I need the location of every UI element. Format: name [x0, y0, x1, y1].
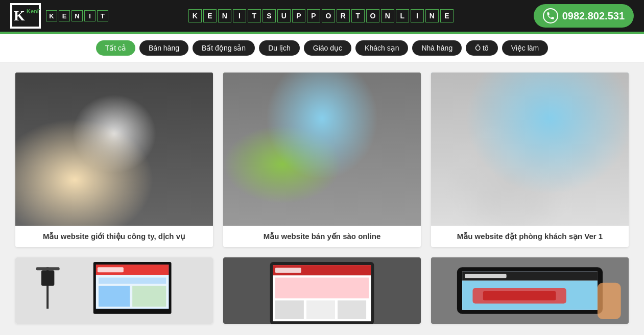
nav-bar: Tất cả Bán hàng Bất động sản Du lịch Giá…: [0, 34, 644, 62]
card-1-green-line: [15, 207, 213, 209]
card-3[interactable]: K KENIT Công ty TNHH Công nghệ và Truyền…: [431, 73, 629, 247]
svg-rect-46: [317, 126, 379, 130]
card-2-title: Mẫu website bán yến sào online: [223, 226, 421, 247]
svg-rect-68: [467, 100, 592, 141]
header: K KenIT KENIT KENIT SUPPORT ONLINE 0982.…: [0, 0, 644, 32]
grid-area: K KENIT Công ty TNHH Công nghệ và Truyền…: [0, 62, 644, 334]
svg-rect-49: [259, 159, 290, 182]
svg-rect-109: [338, 300, 366, 319]
card-grid: K KENIT Công ty TNHH Công nghệ và Truyền…: [15, 73, 629, 324]
card-3-green-line: [431, 207, 629, 209]
nav-item-bat-dong-san[interactable]: Bất động sản: [193, 40, 255, 56]
card-1-logo: K KENIT: [21, 213, 68, 225]
nav-item-du-lich[interactable]: Du lịch: [259, 40, 300, 56]
nav-item-viec-lam[interactable]: Việc làm: [502, 40, 548, 56]
card-1[interactable]: K KENIT Công ty TNHH Công nghệ và Truyền…: [15, 73, 213, 247]
svg-rect-61: [431, 73, 629, 144]
svg-rect-40: [259, 109, 301, 115]
svg-point-69: [488, 110, 571, 131]
svg-rect-64: [467, 87, 592, 180]
svg-rect-24: [70, 173, 75, 176]
svg-point-18: [158, 139, 184, 170]
svg-rect-36: [254, 103, 390, 188]
svg-rect-48: [317, 138, 348, 145]
svg-rect-39: [257, 105, 387, 120]
svg-rect-9: [62, 100, 109, 124]
svg-rect-81: [573, 221, 576, 223]
nav-item-khach-san[interactable]: Khách sạn: [355, 40, 408, 56]
svg-rect-62: [431, 144, 629, 205]
svg-rect-11: [111, 107, 156, 109]
svg-rect-35: [223, 139, 421, 205]
card-1-footer-info: Công ty TNHH Công nghệ và Truyền Thông K…: [71, 209, 153, 226]
svg-rect-14: [96, 126, 127, 145]
svg-rect-16: [101, 155, 111, 165]
svg-rect-15: [130, 126, 156, 145]
svg-rect-26: [153, 214, 163, 221]
card-3-image: K KENIT Công ty TNHH Công nghệ và Truyền…: [431, 73, 629, 226]
nav-item-nha-hang[interactable]: Nhà hàng: [412, 40, 462, 56]
svg-rect-60: [431, 73, 629, 205]
svg-rect-19: [62, 170, 151, 196]
svg-rect-34: [223, 73, 421, 139]
svg-rect-94: [98, 267, 124, 272]
card-5[interactable]: [223, 257, 421, 324]
svg-rect-72: [470, 144, 506, 170]
svg-rect-52: [358, 159, 384, 182]
svg-rect-7: [60, 89, 159, 97]
svg-rect-96: [99, 278, 166, 284]
svg-rect-31: [176, 216, 180, 223]
svg-point-84: [585, 222, 586, 223]
svg-rect-63: [462, 82, 598, 186]
svg-point-86: [593, 221, 594, 222]
svg-rect-104: [275, 268, 301, 273]
card-1-image: K KENIT Công ty TNHH Công nghệ và Truyền…: [15, 73, 213, 226]
svg-rect-65: [467, 87, 592, 180]
svg-rect-83: [583, 215, 588, 223]
card-2-footer-info: Công ty TNHH Công nghệ và Truyền Thông K…: [279, 209, 361, 226]
svg-rect-42: [330, 109, 346, 115]
svg-rect-67: [470, 90, 506, 96]
svg-rect-70: [509, 105, 551, 109]
phone-area[interactable]: 0982.802.531: [534, 4, 634, 28]
svg-rect-73: [509, 144, 545, 170]
svg-rect-90: [41, 270, 54, 286]
svg-rect-79: [600, 144, 606, 170]
card-2[interactable]: K KENIT Công ty TNHH Công nghệ và Truyền…: [223, 73, 421, 247]
svg-rect-37: [257, 105, 387, 186]
svg-rect-77: [582, 139, 589, 170]
svg-point-21: [28, 149, 64, 190]
svg-rect-29: [167, 215, 173, 223]
nav-item-ban-hang[interactable]: Bán hàng: [139, 40, 188, 56]
svg-rect-85: [592, 216, 596, 223]
card-2-contact: Liên hệ: [394, 210, 415, 226]
nav-item-giao-duc[interactable]: Giáo dục: [304, 40, 351, 56]
svg-rect-66: [467, 87, 592, 100]
card-6[interactable]: [431, 257, 629, 324]
svg-rect-58: [384, 216, 388, 223]
card-3-footer-info: Công ty TNHH Công nghệ và Truyền Thông K…: [487, 209, 568, 226]
logo-area: K KenIT KENIT: [10, 3, 108, 29]
card-2-footer-bar: K KENIT Công ty TNHH Công nghệ và Truyền…: [223, 209, 421, 226]
nav-item-all[interactable]: Tất cả: [96, 40, 135, 56]
logo-text: KENIT: [46, 10, 108, 21]
svg-point-22: [36, 157, 57, 183]
svg-rect-106: [275, 278, 369, 299]
svg-rect-119: [483, 291, 556, 300]
svg-rect-44: [257, 119, 387, 156]
svg-rect-43: [257, 119, 387, 156]
svg-text:KenIT: KenIT: [27, 8, 40, 14]
svg-rect-25: [76, 173, 80, 176]
svg-rect-108: [306, 300, 335, 319]
svg-rect-80: [569, 214, 579, 221]
card-3-contact: Liên hệ: [602, 210, 623, 226]
nav-item-o-to[interactable]: Ô tô: [466, 40, 497, 56]
svg-rect-98: [132, 286, 166, 307]
svg-rect-74: [548, 144, 589, 170]
svg-rect-54: [365, 221, 368, 223]
card-4[interactable]: [15, 257, 213, 324]
card-1-footer-bar: K KENIT Công ty TNHH Công nghệ và Truyền…: [15, 209, 213, 226]
card-1-contact: Liên hệ: [186, 210, 207, 226]
phone-number: 0982.802.531: [562, 10, 625, 22]
svg-rect-120: [598, 283, 621, 319]
